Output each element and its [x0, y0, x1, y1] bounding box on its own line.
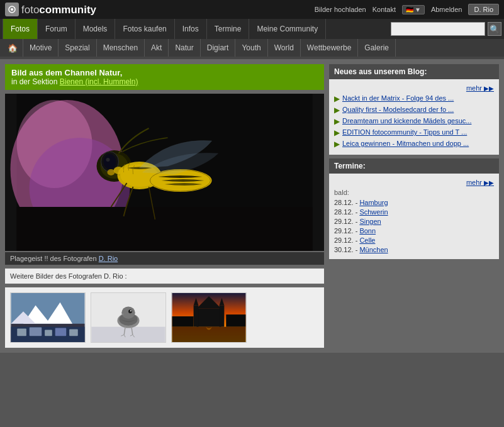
- blog-mehr-link[interactable]: mehr ▶▶: [466, 84, 494, 92]
- logo-icon: [5, 3, 19, 16]
- arrow-icon: ▶: [334, 128, 340, 137]
- author-link[interactable]: D. Rio: [99, 255, 118, 262]
- logo-area: fotocommunity: [5, 3, 96, 16]
- home-icon: 🏠: [8, 43, 18, 53]
- thumbnail-2[interactable]: [91, 292, 166, 343]
- termine-section: Termine: mehr ▶▶ bald: 28.12. - Hamburg …: [329, 158, 499, 259]
- termine-mehr-link[interactable]: mehr ▶▶: [466, 179, 494, 186]
- upload-link[interactable]: Bilder hochladen: [315, 6, 366, 13]
- search-icon: 🔍: [490, 25, 500, 34]
- termine-header: Termine:: [329, 158, 499, 174]
- svg-point-19: [108, 169, 115, 175]
- section-link[interactable]: Bienen (incl. Hummeln): [60, 77, 138, 86]
- nav-item-termine[interactable]: Termine: [207, 19, 250, 39]
- blog-body: mehr ▶▶ ▶ Nackt in der Matrix - Folge 94…: [329, 79, 499, 155]
- subnav-item-youth[interactable]: Youth: [235, 39, 267, 57]
- svg-rect-26: [30, 328, 42, 336]
- flag-icon: 🇩🇪: [406, 6, 413, 13]
- termin-item-2: 28.12. - Schwerin: [334, 208, 494, 216]
- svg-point-34: [121, 306, 135, 319]
- photographer-info: Weitere Bilder des Fotografen D. Rio :: [5, 269, 324, 284]
- sub-navigation: 🏠 Motive Spezial Menschen Akt Natur Digi…: [0, 39, 504, 57]
- nav-item-infos[interactable]: Infos: [175, 19, 207, 39]
- search-area: 🔍: [391, 22, 501, 36]
- termin-item-5: 29.12. - Celle: [334, 236, 494, 244]
- svg-point-13: [106, 158, 110, 162]
- svg-point-35: [128, 309, 132, 313]
- blog-section: Neues aus unserem Blog: mehr ▶▶ ▶ Nackt …: [329, 64, 499, 155]
- termin-item-6: 30.12. - München: [334, 246, 494, 253]
- thumbnail-3[interactable]: [171, 292, 247, 343]
- home-button[interactable]: 🏠: [3, 39, 23, 57]
- svg-rect-45: [172, 316, 194, 327]
- subnav-item-menschen[interactable]: Menschen: [97, 39, 145, 57]
- nav-item-fotos-kaufen[interactable]: Fotos kaufen: [115, 19, 174, 39]
- termin-link-3[interactable]: Singen: [359, 218, 381, 225]
- thumbnails-container: [5, 287, 324, 348]
- svg-rect-27: [45, 330, 52, 336]
- contact-link[interactable]: Kontakt: [372, 6, 396, 13]
- chevron-down-icon: ▼: [415, 6, 421, 13]
- arrow-icon: ▶: [334, 117, 340, 126]
- topbar: fotocommunity Bilder hochladen Kontakt 🇩…: [0, 0, 504, 19]
- right-column: Neues aus unserem Blog: mehr ▶▶ ▶ Nackt …: [329, 64, 499, 348]
- nav-item-forum[interactable]: Forum: [38, 19, 76, 39]
- termine-mehr-arrow-icon: ▶▶: [484, 179, 494, 186]
- search-input[interactable]: [391, 22, 485, 36]
- blog-link-5[interactable]: Leica gewinnen - Mitmachen und dopp ...: [342, 140, 494, 147]
- svg-rect-39: [197, 308, 221, 326]
- subnav-item-motive[interactable]: Motive: [23, 39, 59, 57]
- svg-point-18: [114, 167, 124, 174]
- termine-body: mehr ▶▶ bald: 28.12. - Hamburg 28.12. - …: [329, 174, 499, 259]
- blog-link-4[interactable]: EDITION fotocommunity - Tipps und T ...: [342, 128, 494, 136]
- left-column: Bild aus dem Channel Natur, in der Sekti…: [5, 64, 324, 348]
- blog-item-3: ▶ Dreamteam und kickende Mädels gesuc...: [334, 117, 494, 126]
- subnav-item-world[interactable]: World: [268, 39, 301, 57]
- subnav-item-galerie[interactable]: Galerie: [358, 39, 396, 57]
- termin-link-6[interactable]: München: [359, 246, 388, 253]
- svg-rect-41: [194, 306, 199, 327]
- blog-item-5: ▶ Leica gewinnen - Mitmachen und dopp ..…: [334, 140, 494, 148]
- blog-item-4: ▶ EDITION fotocommunity - Tipps und T ..…: [334, 128, 494, 137]
- svg-point-36: [130, 310, 132, 311]
- blog-header: Neues aus unserem Blog:: [329, 64, 499, 79]
- blog-link-3[interactable]: Dreamteam und kickende Mädels gesuc...: [342, 117, 494, 125]
- termin-link-1[interactable]: Hamburg: [359, 199, 388, 206]
- search-button[interactable]: 🔍: [488, 22, 501, 36]
- blog-link-2[interactable]: Quality first - Modelsedcard der fo ...: [342, 106, 494, 113]
- blog-link-1[interactable]: Nackt in der Matrix - Folge 94 des ...: [342, 94, 494, 102]
- termine-bald-label: bald:: [334, 189, 494, 196]
- nav-item-models[interactable]: Models: [76, 19, 116, 39]
- subnav-item-spezial[interactable]: Spezial: [59, 39, 96, 57]
- mehr-arrow-icon: ▶▶: [484, 85, 494, 92]
- termin-item-3: 29.12. - Singen: [334, 218, 494, 225]
- svg-rect-42: [220, 306, 225, 327]
- subnav-item-akt[interactable]: Akt: [145, 39, 169, 57]
- svg-point-2: [11, 8, 13, 11]
- termin-link-4[interactable]: Bonn: [359, 227, 376, 235]
- nav-item-fotos[interactable]: Fotos: [3, 19, 38, 39]
- nav-item-meine-community[interactable]: Meine Community: [249, 19, 326, 39]
- main-image: [5, 94, 324, 251]
- subnav-item-natur[interactable]: Natur: [169, 39, 200, 57]
- termin-link-5[interactable]: Celle: [359, 236, 375, 244]
- thumbnail-1[interactable]: [10, 292, 86, 343]
- main-navigation: Fotos Forum Models Fotos kaufen Infos Te…: [0, 19, 504, 39]
- svg-rect-31: [92, 327, 165, 342]
- image-caption: Plagegeist !! des Fotografen D. Rio: [5, 252, 324, 265]
- subnav-item-digiart[interactable]: Digiart: [201, 39, 236, 57]
- arrow-icon: ▶: [334, 106, 340, 114]
- language-button[interactable]: 🇩🇪 ▼: [402, 5, 425, 14]
- subnav-item-wettbewerbe[interactable]: Wettbewerbe: [301, 39, 358, 57]
- termin-link-2[interactable]: Schwerin: [359, 208, 388, 216]
- svg-rect-29: [69, 330, 78, 336]
- main-image-container[interactable]: [5, 94, 324, 251]
- topbar-right: Bilder hochladen Kontakt 🇩🇪 ▼ Abmelden D…: [315, 4, 499, 15]
- termin-item-4: 29.12. - Bonn: [334, 227, 494, 235]
- channel-subtitle: in der Sektion Bienen (incl. Hummeln): [11, 77, 318, 86]
- logout-link[interactable]: Abmelden: [431, 6, 462, 13]
- user-button[interactable]: D. Rio: [468, 4, 499, 15]
- svg-rect-8: [17, 207, 313, 251]
- logo-text: fotocommunity: [21, 3, 96, 16]
- arrow-icon: ▶: [334, 140, 340, 148]
